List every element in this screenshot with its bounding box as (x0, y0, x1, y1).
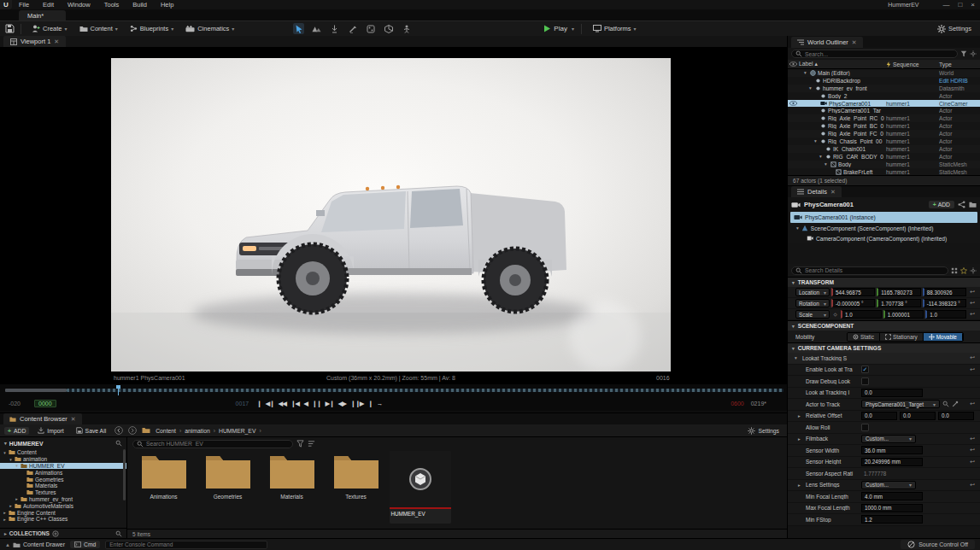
reset-to-default-icon[interactable]: ↩ (968, 311, 977, 318)
toolbar-blueprints-button[interactable]: Blueprints▾ (126, 23, 178, 34)
checkbox-draw-debug-look[interactable] (861, 377, 869, 385)
expander-icon[interactable]: ▸ (798, 413, 803, 418)
details-tab-close-icon[interactable]: ✕ (830, 189, 836, 196)
mesh-paint-mode-icon[interactable] (347, 23, 358, 34)
value-field-min-focal-length[interactable]: 4.0 mm (861, 492, 923, 500)
viewport-canvas[interactable]: hummer1 PhysCamera001 Custom (36mm x 20.… (0, 48, 787, 384)
breadcrumb-item-content[interactable]: Content (156, 428, 176, 434)
sequencer-timeline[interactable] (0, 384, 787, 396)
unreal-logo-icon[interactable]: U (0, 0, 12, 9)
menu-window[interactable]: Window (61, 1, 97, 9)
outliner-search[interactable] (791, 50, 958, 58)
tree-item-engine-c-classes[interactable]: ▸Engine C++ Classes (0, 516, 126, 523)
tree-item-hummer-ev[interactable]: ▾HUMMER_EV (0, 463, 126, 470)
details-favorite-star-icon[interactable] (960, 267, 967, 274)
outliner-col-label[interactable]: Label (799, 61, 813, 67)
expander-icon[interactable]: ▸ (798, 436, 803, 442)
tree-item-hummer-ev-front[interactable]: ▸hummer_ev_front (0, 496, 126, 503)
search-icon[interactable] (115, 530, 122, 537)
blueprint-edit-icon[interactable] (958, 201, 965, 208)
dropdown-actor-to-track[interactable]: PhysCamera001_Target▾ (861, 400, 940, 408)
value-field-max-focal-length[interactable]: 1000.0 mm (861, 504, 923, 512)
tree-scrollbar[interactable] (123, 449, 126, 500)
cb-save-all-button[interactable]: Save All (73, 426, 110, 435)
outliner-row[interactable]: ▾hummer_ev_frontDatasmith (788, 85, 980, 92)
expand-arrow-icon[interactable]: ▾ (9, 457, 13, 462)
reset-to-default-icon[interactable]: ↩ (968, 436, 977, 442)
menu-help[interactable]: Help (154, 1, 180, 9)
details-search[interactable] (791, 266, 948, 275)
component-row-scene[interactable]: ▾ SceneComponent (SceneComponent) (Inher… (788, 223, 980, 233)
maximize-icon[interactable]: □ (958, 1, 962, 9)
transform-location-combo[interactable]: Location▾ (795, 288, 830, 296)
eye-icon[interactable] (788, 101, 799, 106)
cmd-button[interactable]: Cmd (70, 541, 100, 548)
toolbar-create-button[interactable]: Create▾ (27, 23, 72, 34)
transform-rotation-x[interactable]: -0.000005 ° (831, 299, 875, 307)
transform-scale-x[interactable]: 1.0 (841, 310, 882, 319)
tree-root-label[interactable]: HUMMEREV (9, 441, 113, 447)
lock-icon[interactable]: ⬦ (831, 312, 839, 318)
outliner-row[interactable]: Rig_Axle_Point_FC_0hummer1Actor (788, 130, 980, 138)
expand-arrow-icon[interactable]: ▸ (3, 517, 7, 522)
outliner-row[interactable]: PhysCamera001hummer1CineCamer (788, 100, 980, 108)
filter-icon[interactable] (296, 440, 304, 448)
timeline-track[interactable] (67, 389, 783, 392)
transform-location-x[interactable]: 544.96875 (831, 288, 875, 296)
cb-settings-button[interactable]: Settings (748, 427, 783, 435)
timeline-playhead[interactable] (118, 385, 119, 395)
outliner-row[interactable]: Rig_Axle_Point_BC_0hummer1Actor (788, 122, 980, 130)
outliner-row[interactable]: ▾RIG_CAR_BODY_0hummer1Actor (788, 153, 980, 161)
browse-asset-icon[interactable] (969, 201, 977, 208)
content-drawer-button[interactable]: ▲ Content Drawer (5, 541, 65, 548)
reset-to-default-icon[interactable]: ↩ (968, 459, 977, 465)
jump-to-end-icon[interactable]: ❙❙▶ (350, 400, 363, 407)
outliner-settings-icon[interactable] (970, 50, 977, 57)
play-button[interactable]: Play (543, 25, 567, 32)
tree-item-textures[interactable]: Textures (0, 489, 126, 496)
checkbox-allow-roll[interactable] (861, 424, 869, 431)
outliner-row[interactable]: ▾Bodyhummer1StaticMesh (788, 161, 980, 168)
search-actor-icon[interactable] (942, 401, 949, 407)
reset-to-default-icon[interactable]: ↩ (968, 354, 977, 361)
pause-icon[interactable]: ❙❙ (312, 400, 321, 407)
timeline-range-bar[interactable] (5, 389, 67, 392)
value-field-look-at-tracking-i[interactable]: 0.0 (861, 389, 923, 397)
tree-item-content[interactable]: ▾Content (0, 449, 126, 456)
console-command-input[interactable] (105, 541, 267, 549)
bracket-open-icon[interactable]: ❙ (256, 400, 261, 407)
breadcrumb-item-animation[interactable]: animation (185, 428, 209, 434)
reset-to-default-icon[interactable]: ↩ (968, 300, 977, 307)
select-mode-icon[interactable] (293, 23, 304, 34)
asset-search-input[interactable] (146, 441, 289, 447)
asset-tile-textures[interactable]: Textures (325, 451, 387, 528)
outliner-row[interactable]: HDRIBackdropEdit HDRIB (788, 77, 980, 85)
outliner-col-sequence[interactable]: Sequence (893, 61, 919, 67)
transform-location-z[interactable]: 88.300926 (923, 288, 966, 296)
tree-item-animation[interactable]: ▾animation (0, 456, 126, 463)
outliner-row[interactable]: ▾Main (Editor)World (788, 69, 980, 77)
expander-icon[interactable]: ▸ (798, 483, 803, 488)
loop-icon[interactable]: → (377, 400, 383, 407)
toolbar-cinematics-button[interactable]: Cinematics▾ (181, 23, 238, 34)
reset-to-default-icon[interactable]: ↩ (968, 366, 977, 373)
expander-icon[interactable]: ▾ (795, 355, 800, 360)
current-frame-badge[interactable]: 0000 (34, 400, 56, 407)
cb-add-button[interactable]: +ADD (4, 427, 29, 435)
animation-mode-icon[interactable] (401, 23, 412, 34)
play-reverse-icon[interactable]: ◀ (303, 400, 308, 407)
menu-tools[interactable]: Tools (97, 1, 126, 9)
foliage-mode-icon[interactable] (329, 23, 340, 34)
expand-arrow-icon[interactable]: ▸ (9, 503, 13, 508)
modeling-mode-icon[interactable] (365, 23, 376, 34)
outliner-row[interactable]: Rig_Axle_Point_RC_0hummer1Actor (788, 114, 980, 122)
fracture-mode-icon[interactable] (383, 23, 394, 34)
value-field-sensor-height[interactable]: 20.249996 mm (861, 458, 923, 466)
expand-arrow-icon[interactable]: ▸ (3, 510, 7, 515)
asset-tile-geometries[interactable]: Geometries (197, 451, 259, 528)
asset-tile-animations[interactable]: Animations (132, 451, 195, 528)
tree-item-animations[interactable]: Animations (0, 469, 126, 476)
value-field-min-fstop[interactable]: 1.2 (861, 515, 923, 524)
step-back-icon[interactable]: ❙◀ (290, 400, 299, 407)
outliner-tab-close-icon[interactable]: ✕ (852, 39, 857, 46)
